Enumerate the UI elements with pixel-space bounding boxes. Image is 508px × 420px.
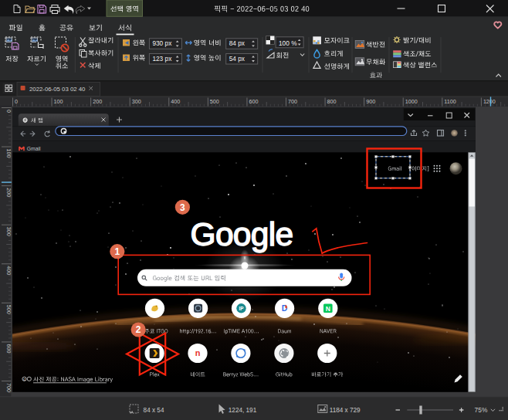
svg-text:200: 200 <box>93 98 102 105</box>
svg-text:400: 400 <box>171 98 180 105</box>
svg-text:2022-06-05 03 02 40: 2022-06-05 03 02 40 <box>29 86 86 93</box>
svg-text:0: 0 <box>15 98 18 105</box>
svg-text:84 px: 84 px <box>229 39 246 47</box>
svg-text:600: 600 <box>249 98 258 105</box>
svg-text:800: 800 <box>327 98 337 105</box>
svg-text:100 %: 100 % <box>279 39 297 47</box>
svg-text:Gmail: Gmail <box>27 146 41 151</box>
svg-text:700: 700 <box>288 98 297 105</box>
svg-text:IP: IP <box>239 306 244 311</box>
svg-text:930 px: 930 px <box>152 39 172 47</box>
svg-text:n: n <box>195 348 201 357</box>
svg-text:2: 2 <box>136 324 141 335</box>
svg-text:Google: Google <box>191 216 293 252</box>
svg-text:300: 300 <box>132 98 141 105</box>
svg-text:100: 100 <box>54 98 63 105</box>
svg-text:900: 900 <box>366 98 375 105</box>
svg-text:N: N <box>326 305 330 313</box>
svg-text:1: 1 <box>114 246 120 257</box>
svg-text:1184 x 729: 1184 x 729 <box>330 407 361 414</box>
svg-text:123 px: 123 px <box>152 55 172 63</box>
svg-text:54 px: 54 px <box>229 55 246 63</box>
svg-text:84 x 54: 84 x 54 <box>144 407 164 414</box>
svg-text:1224, 191: 1224, 191 <box>229 407 257 414</box>
svg-text:75%: 75% <box>475 406 488 414</box>
svg-text:500: 500 <box>210 98 219 105</box>
svg-text:3: 3 <box>180 202 185 213</box>
